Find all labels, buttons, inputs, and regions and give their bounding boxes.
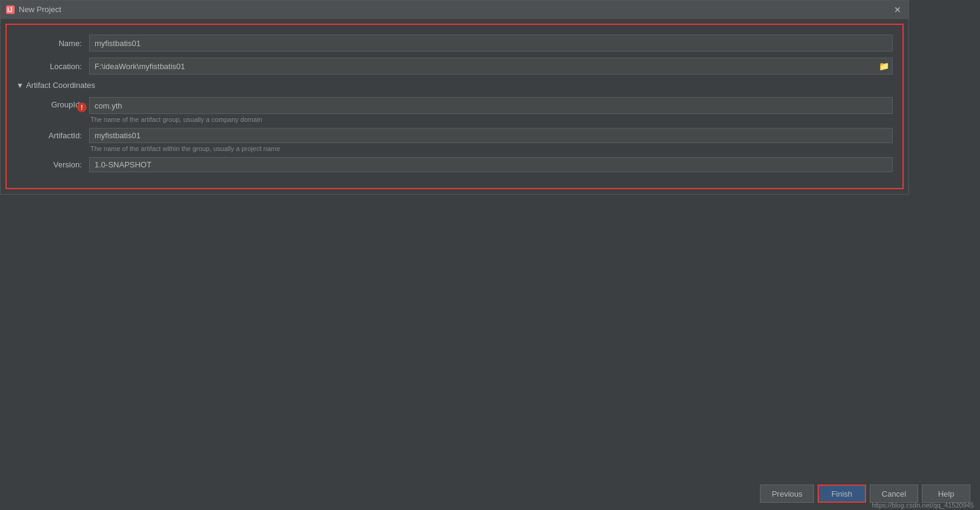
artifactid-input[interactable] (89, 128, 893, 143)
location-label: Location: (16, 62, 89, 71)
new-project-dialog: IJ New Project ✕ Name: Location: 📁 ▼ Art… (0, 0, 909, 195)
artifactid-row: ArtifactId: The name of the artifact wit… (16, 128, 893, 152)
finish-button[interactable]: Finish (818, 485, 866, 503)
artifact-header[interactable]: ▼ Artifact Coordinates (16, 81, 893, 90)
name-input[interactable] (89, 35, 893, 52)
title-bar-left: IJ New Project (5, 5, 61, 15)
location-input[interactable] (89, 58, 893, 75)
title-bar: IJ New Project ✕ (1, 1, 908, 19)
previous-button[interactable]: Previous (760, 485, 814, 503)
main-content-area: Name: Location: 📁 ▼ Artifact Coordinates… (5, 24, 904, 189)
version-field-group (89, 157, 893, 172)
button-bar: Previous Finish Cancel Help (0, 477, 980, 510)
location-input-container: 📁 (89, 58, 893, 75)
svg-text:IJ: IJ (7, 7, 12, 13)
location-row: Location: 📁 (16, 58, 893, 75)
close-button[interactable]: ✕ (892, 4, 904, 16)
version-row: Version: (16, 157, 893, 172)
groupid-field-group: ! The name of the artifact group, usuall… (89, 97, 893, 123)
groupid-hint: The name of the artifact group, usually … (89, 116, 893, 123)
artifact-section: ▼ Artifact Coordinates GroupId: ! The na… (16, 81, 893, 172)
artifactid-label: ArtifactId: (16, 128, 89, 140)
error-indicator: ! (77, 102, 87, 112)
intellij-icon: IJ (5, 5, 15, 15)
name-row: Name: (16, 35, 893, 52)
watermark-text: https://blog.csdn.net/qq_41520945 (872, 502, 974, 509)
window-title: New Project (19, 5, 61, 14)
artifactid-hint: The name of the artifact within the grou… (89, 145, 893, 152)
chevron-down-icon: ▼ (16, 81, 24, 90)
groupid-row: GroupId: ! The name of the artifact grou… (16, 97, 893, 123)
folder-icon[interactable]: 📁 (879, 61, 889, 71)
artifact-section-title: Artifact Coordinates (26, 81, 95, 90)
groupid-input[interactable] (89, 97, 893, 114)
artifactid-field-group: The name of the artifact within the grou… (89, 128, 893, 152)
cancel-button[interactable]: Cancel (870, 485, 918, 503)
name-label: Name: (16, 39, 89, 48)
help-button[interactable]: Help (922, 485, 970, 503)
version-label: Version: (16, 157, 89, 169)
version-input[interactable] (89, 157, 893, 172)
